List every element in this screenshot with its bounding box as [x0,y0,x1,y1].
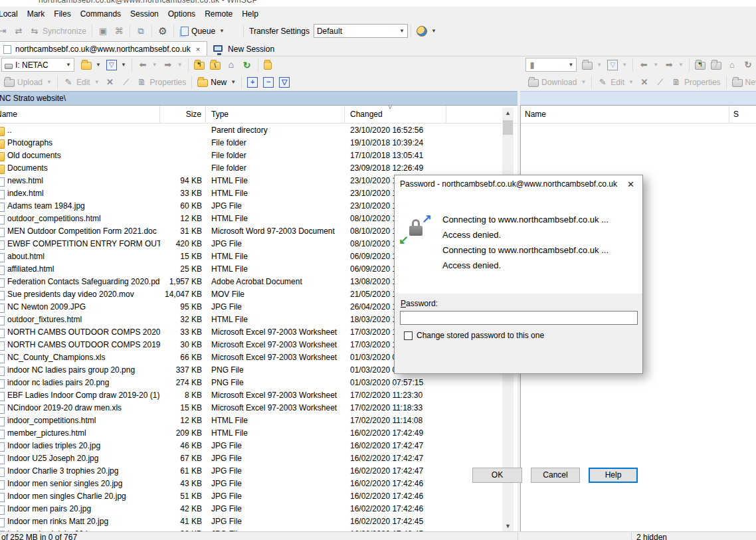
remote-rename-button[interactable]: ⟋ [652,75,668,90]
column-header-type[interactable]: Type [206,106,345,123]
file-changed: 16/02/2020 17:42:46 [345,503,446,515]
scroll-up-arrow[interactable]: ▲ [502,108,514,119]
column-header-name[interactable]: Name [521,106,729,123]
table-row[interactable]: indoor nc ladies pairs 20.png274 KBPNG F… [0,377,502,389]
file-name: Adams team 1984.jpg [7,200,85,213]
remote-edit-button[interactable]: ✎Edit▼ [595,75,636,90]
table-row[interactable]: Old documentsFile folder17/10/2018 13:05… [0,149,502,162]
sort-descending-icon: ˅ [388,103,392,111]
new-button[interactable]: New▼ [195,75,238,89]
table-row[interactable]: Indoor U25 Joseph 20.jpg67 KBJPG File16/… [0,452,502,465]
drive-selector[interactable]: I: NETAC ▼ [1,58,74,72]
back-button[interactable]: ⬅▼ [135,58,160,72]
table-row[interactable]: Indoor men singles Charlie 20.jpg51 KBJP… [0,490,502,503]
properties-button[interactable]: 🗎Properties [134,75,189,90]
column-header-name[interactable]: Name [0,106,160,123]
tree-view-button[interactable] [261,58,274,72]
root-directory-button[interactable]: \ [207,58,223,72]
menu-item-options[interactable]: Options [163,8,200,20]
file-size: 1,957 KB [160,276,206,288]
queue-button[interactable]: Queue▼ [177,24,227,38]
cancel-button[interactable]: Cancel [531,468,580,483]
remote-filter-button[interactable]: ▽▼ [605,58,630,72]
sync-remote-button[interactable]: ⇄ [11,24,27,39]
remote-properties-button[interactable]: 🗎Properties [668,75,723,90]
column-header-size[interactable]: Size [160,106,206,123]
transfer-options-button[interactable]: ▼ [414,24,439,39]
rename-button[interactable]: ⟋ [118,75,134,90]
remote-delete-button[interactable]: ✕ [636,75,652,90]
table-row[interactable]: NCindoor 2019-20 draw men.xls15 KBMicros… [0,402,502,414]
table-row[interactable]: PhotographsFile folder19/10/2018 10:39:2… [0,137,502,149]
new-session-tab[interactable]: New Session [207,41,280,56]
remote-open-directory-button[interactable]: ▼ [579,58,605,72]
remote-back-button[interactable]: ⬅▼ [636,58,661,72]
download-button[interactable]: Download▼ [525,75,589,89]
unselect-button[interactable]: − [260,75,276,90]
upload-button[interactable]: Upload▼ [1,75,54,89]
table-row[interactable]: Indoor men senior singles 20.jpg43 KBJPG… [0,478,502,490]
checkbox-icon[interactable] [404,331,413,340]
table-row[interactable]: ..Parent directory23/10/2020 16:52:56 [0,124,502,137]
parent-directory-button[interactable] [191,58,207,72]
close-icon[interactable]: × [195,45,201,53]
home-directory-button[interactable]: ⌂ [223,58,239,72]
forward-button[interactable]: ➡▼ [160,58,185,72]
remote-forward-button[interactable]: ➡▼ [661,58,686,72]
help-button[interactable]: Help [589,468,638,483]
column-header-changed[interactable]: Changed [345,106,446,123]
refresh-button[interactable]: ↻ [239,58,255,72]
scroll-down-arrow[interactable]: ▼ [502,521,514,532]
download-icon [528,79,539,87]
table-row[interactable]: EBF Ladies Indoor Comp draw 2019-20 (1).… [0,389,502,402]
table-row[interactable]: Indoor men rinks Matt 20.jpg41 KBJPG Fil… [0,515,502,528]
dialog-titlebar[interactable]: Password - northcambsebf.co.uk@www.north… [395,175,642,193]
synchronize-button[interactable]: ⇆Synchronize [27,24,89,39]
open-directory-button[interactable]: ▼ [78,58,104,72]
table-row[interactable]: Indoor Charlie 3 trophies 20.jpg61 KBJPG… [0,465,502,478]
compare-button[interactable]: ⧉ [133,24,149,39]
table-row[interactable]: Indoor men pairs 20.jpg42 KBJPG File16/0… [0,503,502,515]
file-size: 67 KB [160,452,206,465]
ok-button[interactable]: OK [472,468,522,483]
file-changed: 01/03/2020 07:57:15 [345,377,446,389]
close-icon[interactable]: ✕ [624,179,637,189]
clipped-toolbar-button[interactable]: ⇥ [0,24,11,39]
menu-item-mark[interactable]: Mark [23,8,50,20]
local-path-bar[interactable]: NC Strato website\ [0,91,518,105]
remote-home-directory-button[interactable]: ⌂ [724,58,740,72]
menu-item-local[interactable]: Local [0,8,23,20]
menu-item-session[interactable]: Session [126,8,163,20]
preferences-button[interactable]: ⚙ [155,24,171,39]
password-input[interactable] [400,311,638,325]
select-button[interactable]: + [244,75,260,90]
change-password-checkbox-row[interactable]: Change stored password to this one [404,331,544,340]
remote-directory-selector[interactable]: ▮ ▼ [525,58,577,72]
console-button[interactable]: ▣ [95,24,111,39]
column-header-size[interactable]: S [729,106,756,123]
message-line: Connecting to www.northcambsebf.co.uk ..… [442,242,609,258]
table-row[interactable]: member_pictures.html209 KBHTML File16/02… [0,427,502,440]
commands-button[interactable]: ⌘ [111,24,127,39]
menu-item-files[interactable]: Files [49,8,75,20]
menu-item-remote[interactable]: Remote [200,8,237,20]
scrollbar-thumb[interactable] [503,120,513,135]
remote-parent-directory-button[interactable] [692,58,708,72]
remote-root-directory-button[interactable]: / [708,58,724,72]
edit-button[interactable]: ✎Edit▼ [60,75,102,90]
remote-new-button[interactable]: New [729,75,756,89]
table-row[interactable]: indoor_competitions.html12 KBHTML File17… [0,414,502,427]
transfer-settings-select[interactable]: Default▼ [314,24,408,38]
table-row[interactable]: DocumentsFile folder23/09/2018 12:26:49 [0,162,502,175]
remote-refresh-button[interactable]: ↻ [740,58,756,72]
menu-item-commands[interactable]: Commands [76,8,126,20]
select-filter-button[interactable]: ▽ [276,75,292,90]
filter-button[interactable]: ▽▼ [104,58,129,72]
remote-path-bar[interactable] [520,91,756,105]
remote-drive-icon: ▮ [529,60,535,70]
session-tab[interactable]: northcambsebf.co.uk@www.northcambsebf.co… [0,41,207,56]
delete-button[interactable]: ✕ [102,75,118,90]
table-row[interactable]: Indoor ladies triples 20.jpg46 KBJPG Fil… [0,440,502,452]
file-name: EWBF COMPETITION ENTRY FORM OUTD... [7,238,160,250]
menu-item-help[interactable]: Help [237,8,263,20]
